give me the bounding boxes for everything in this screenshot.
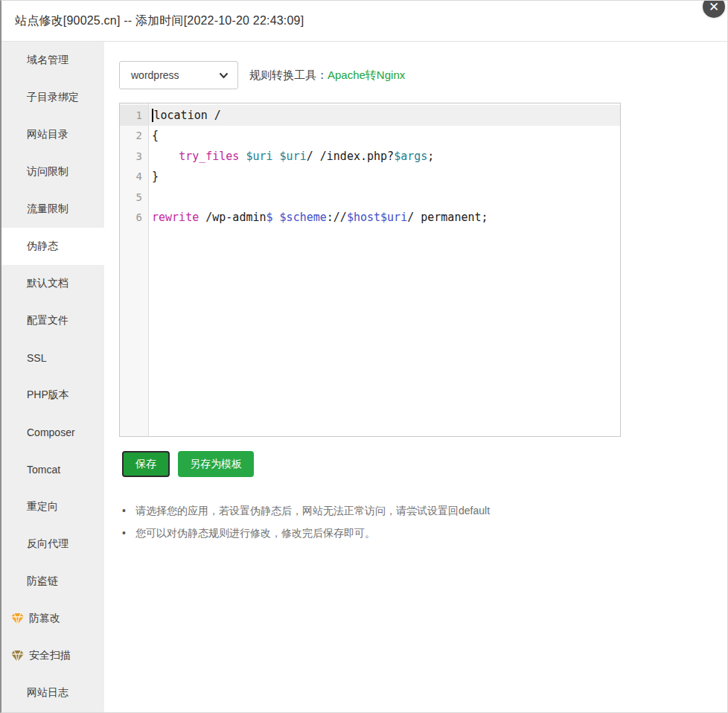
- line-number: 2: [120, 126, 149, 147]
- line-number: 6: [120, 208, 149, 228]
- sidebar-item-防篡改[interactable]: 防篡改: [1, 600, 104, 637]
- sidebar-item-网站日志[interactable]: 网站日志: [1, 674, 104, 712]
- sidebar-item-防盗链[interactable]: 防盗链: [1, 563, 104, 600]
- sidebar-item-label: 防盗链: [27, 575, 58, 588]
- editor-line: 2{: [120, 126, 620, 147]
- sidebar-item-安全扫描[interactable]: 安全扫描: [1, 637, 104, 674]
- sidebar-item-Composer[interactable]: Composer: [1, 414, 104, 451]
- sidebar-item-label: 重定向: [27, 500, 58, 514]
- code-line[interactable]: location /: [149, 105, 620, 126]
- sidebar-item-label: PHP版本: [27, 389, 69, 402]
- sidebar-item-label: 访问限制: [27, 165, 68, 179]
- chevron-down-icon: [219, 72, 229, 79]
- sidebar-item-label: 配置文件: [27, 314, 68, 327]
- editor-line: 3 try_files $uri $uri/ /index.php?$args;: [120, 146, 620, 167]
- sidebar-item-label: 反向代理: [27, 537, 68, 551]
- editor-lines: 1location /2{3 try_files $uri $uri/ /ind…: [120, 103, 620, 228]
- note-item: • 您可以对伪静态规则进行修改，修改完后保存即可。: [122, 525, 490, 548]
- sidebar-item-域名管理[interactable]: 域名管理: [1, 42, 104, 79]
- line-number: 3: [120, 146, 149, 167]
- site-modify-dialog: 站点修改[90025.cn] -- 添加时间[2022-10-20 22:43:…: [0, 0, 728, 713]
- gem-icon: [10, 613, 25, 625]
- code-line[interactable]: try_files $uri $uri/ /index.php?$args;: [149, 146, 620, 167]
- sidebar-item-反向代理[interactable]: 反向代理: [1, 525, 104, 563]
- sidebar-item-重定向[interactable]: 重定向: [1, 488, 104, 525]
- sidebar-item-label: Composer: [27, 426, 75, 438]
- sidebar-item-label: SSL: [27, 352, 46, 364]
- sidebar-item-Tomcat[interactable]: Tomcat: [1, 451, 104, 488]
- sidebar-item-配置文件[interactable]: 配置文件: [1, 302, 104, 339]
- sidebar-item-SSL[interactable]: SSL: [1, 339, 104, 377]
- text-cursor: [152, 109, 153, 122]
- sidebar-item-label: 网站目录: [27, 128, 68, 141]
- sidebar-item-伪静态[interactable]: 伪静态: [1, 228, 104, 265]
- bullet-icon: •: [122, 503, 135, 518]
- action-buttons: 保存 另存为模板: [122, 451, 254, 477]
- sidebar-item-label: 网站日志: [27, 686, 68, 700]
- save-button[interactable]: 保存: [122, 451, 170, 477]
- sidebar-item-label: 流量限制: [27, 202, 68, 216]
- app-select-value: wordpress: [131, 69, 219, 81]
- sidebar-item-label: 域名管理: [27, 54, 68, 67]
- sidebar-item-label: 默认文档: [27, 277, 68, 290]
- converter-label: 规则转换工具：: [249, 68, 328, 83]
- sidebar-item-网站目录[interactable]: 网站目录: [1, 116, 104, 153]
- sidebar-item-PHP版本[interactable]: PHP版本: [1, 377, 104, 414]
- help-notes: • 请选择您的应用，若设置伪静态后，网站无法正常访问，请尝试设置回default…: [122, 503, 490, 548]
- rewrite-rule-editor[interactable]: 1location /2{3 try_files $uri $uri/ /ind…: [119, 103, 621, 437]
- sidebar-item-默认文档[interactable]: 默认文档: [1, 265, 104, 302]
- dialog-title: 站点修改[90025.cn] -- 添加时间[2022-10-20 22:43:…: [15, 13, 304, 29]
- note-item: • 请选择您的应用，若设置伪静态后，网站无法正常访问，请尝试设置回default: [122, 503, 490, 525]
- sidebar-item-label: 子目录绑定: [27, 91, 79, 104]
- app-select[interactable]: wordpress: [119, 61, 238, 89]
- code-line[interactable]: }: [149, 167, 620, 188]
- sidebar-item-label: Tomcat: [27, 464, 60, 476]
- code-line[interactable]: [149, 187, 620, 208]
- editor-line: 4}: [120, 167, 620, 188]
- sidebar: 域名管理子目录绑定网站目录访问限制流量限制伪静态默认文档配置文件SSLPHP版本…: [1, 42, 104, 712]
- line-number: 5: [120, 187, 149, 208]
- sidebar-item-流量限制[interactable]: 流量限制: [1, 191, 104, 228]
- line-number: 4: [120, 167, 149, 188]
- editor-line: 6rewrite /wp-admin$ $scheme://$host$uri/…: [120, 208, 620, 228]
- sidebar-item-label: 伪静态: [27, 240, 58, 253]
- bullet-icon: •: [122, 525, 135, 540]
- sidebar-item-访问限制[interactable]: 访问限制: [1, 153, 104, 191]
- code-line[interactable]: rewrite /wp-admin$ $scheme://$host$uri/ …: [149, 208, 620, 228]
- code-line[interactable]: {: [149, 126, 620, 147]
- gem-icon: [10, 650, 25, 662]
- main-content: wordpress 规则转换工具： Apache转Nginx 1location…: [106, 42, 727, 712]
- save-as-template-button[interactable]: 另存为模板: [178, 451, 254, 477]
- sidebar-item-label: 安全扫描: [29, 649, 71, 662]
- editor-line: 1location /: [120, 105, 620, 126]
- apache-to-nginx-link[interactable]: Apache转Nginx: [328, 68, 405, 83]
- dialog-titlebar: 站点修改[90025.cn] -- 添加时间[2022-10-20 22:43:…: [1, 1, 727, 42]
- line-number: 1: [120, 105, 149, 126]
- rule-toolbar: wordpress 规则转换工具： Apache转Nginx: [119, 61, 405, 89]
- sidebar-item-子目录绑定[interactable]: 子目录绑定: [1, 79, 104, 116]
- sidebar-item-label: 防篡改: [29, 612, 60, 625]
- editor-line: 5: [120, 187, 620, 208]
